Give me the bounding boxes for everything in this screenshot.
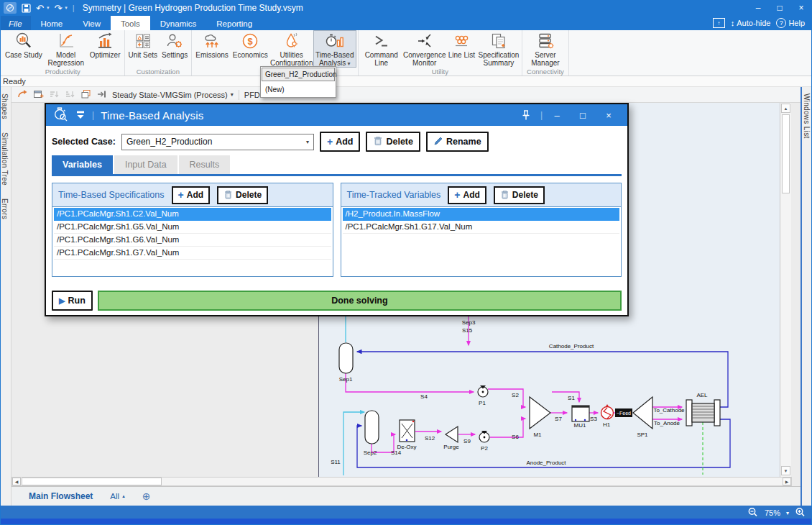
ribbon-button-case-study[interactable]: Case Study [3,30,45,68]
window-maximize-button[interactable]: □ [769,0,790,16]
mode-selector[interactable]: Steady State-VMGSim (Process) ▾ [112,91,234,99]
left-dock-strip: ShapesSimulation TreeErrors [0,87,11,506]
zoom-level[interactable]: 75% [765,508,780,517]
tab-variables[interactable]: Variables [52,155,113,174]
overlap-windows-icon[interactable] [80,89,91,101]
dropdown-item--new-[interactable]: (New) [262,83,335,96]
delete-case-button[interactable]: Delete [366,132,420,152]
sort-descending-icon[interactable] [49,89,60,101]
ribbon-button-model-regression[interactable]: Model Regression [45,30,88,68]
window-minimize-button[interactable]: – [747,0,769,16]
ribbon-button-command-line[interactable]: Command Line [360,30,403,68]
list-item[interactable]: /PC1.PCalcMgr.Sh1.G7.Val_Num [54,247,331,260]
vertical-scroll-thumb[interactable] [782,114,790,193]
mu1-makeup[interactable] [572,406,589,421]
side-tab-windows-list[interactable]: Windows List [802,87,811,145]
specifications-list[interactable]: /PC1.PCalcMgr.Sh1.C2.Val_Num/PC1.PCalcMg… [54,208,331,260]
ribbon-button-time-based-analysis[interactable]: Time-Based Analysis ▾ [313,30,356,68]
side-tab-errors[interactable]: Errors [0,192,9,226]
horizontal-scrollbar[interactable]: ◀ ▶ [11,477,792,486]
tab-input-data[interactable]: Input Data [114,155,177,174]
list-item[interactable]: /PC1.PCalcMgr.Sh1.G6.Val_Num [54,234,331,247]
dialog-minimize-button[interactable]: – [545,106,568,124]
list-item[interactable]: /PC1.PCalcMgr.Sh1.G5.Val_Num [54,221,331,234]
time-based-specifications-panel: Time-Based Specifications + Add Delete /… [52,183,333,277]
flowsheet-filter-selector[interactable]: All ▴ [110,492,124,501]
command-line-icon [372,32,391,50]
redo-button[interactable]: ↷ [54,3,62,14]
side-tab-simulation-tree[interactable]: Simulation Tree [0,126,9,192]
ribbon-button-convergence-monitor[interactable]: Convergence Monitor [403,30,446,68]
scroll-left-icon[interactable]: ◀ [12,478,21,485]
ribbon-button-server-manager[interactable]: Server Manager [524,30,567,68]
horizontal-scroll-thumb[interactable] [22,478,162,485]
add-flowsheet-button[interactable]: ⊕ [142,490,151,502]
dock-arrow-icon[interactable] [96,89,107,101]
vertical-scrollbar[interactable]: ▲ ▼ [780,103,791,477]
menu-tab-home[interactable]: Home [31,16,73,30]
ready-status: Ready [3,77,26,86]
ribbon-button-settings[interactable]: Settings [160,30,190,68]
scroll-right-icon[interactable]: ▶ [783,478,791,485]
undo-button[interactable]: ↶ [36,3,44,14]
add-case-button[interactable]: + Add [320,132,361,152]
add-tracked-variable-button[interactable]: + Add [448,186,486,204]
scroll-up-icon[interactable]: ▲ [781,104,790,113]
sep2-vessel[interactable] [365,411,379,444]
ribbon-button-specification-summary[interactable]: Specification Summary [477,30,520,68]
zoom-dropdown-icon[interactable]: ▾ [786,510,789,516]
updown-icon: ↕ [731,19,735,27]
dialog-titlebar[interactable]: | Time-Based Analysis | – □ × [46,104,627,126]
autohide-panel-icon[interactable]: ↑ [713,18,725,28]
tab-main-flowsheet[interactable]: Main Flowsheet [29,491,93,501]
zoom-out-icon[interactable] [747,507,759,519]
list-item[interactable]: /H2_Product.In.MassFlow [343,208,620,221]
zoom-in-icon[interactable] [795,507,806,519]
ael-electrolyzer[interactable] [686,400,720,426]
dropdown-item-green-h2-production[interactable]: Green_H2_Production [262,68,335,81]
window-plus-icon[interactable] [33,89,44,101]
run-button[interactable]: ▶ Run [52,291,93,311]
window-close-button[interactable]: × [790,0,812,16]
menu-tab-dynamics[interactable]: Dynamics [150,16,206,30]
menu-tab-file[interactable]: File [0,16,31,30]
pin-icon[interactable] [515,106,538,124]
trash-icon [500,189,509,201]
menu-tab-reporting[interactable]: Reporting [206,16,262,30]
menu-tab-tools[interactable]: Tools [111,16,150,30]
sort-ascending-icon[interactable] [65,89,75,101]
economics-icon: $ [241,32,259,50]
feed-annotation[interactable]: ~Feed [615,408,632,417]
add-specification-button[interactable]: + Add [172,186,211,204]
ribbon-button-optimizer[interactable]: Optimizer [88,30,123,68]
curved-arrow-icon[interactable] [17,89,28,101]
undo-dropdown-icon[interactable]: ▾ [47,5,50,11]
ribbon-button-emissions[interactable]: Emissions [193,30,231,68]
selected-case-combobox[interactable]: Green_H2_Production ▾ [121,134,314,150]
save-icon[interactable] [22,4,31,13]
sep1-vessel[interactable] [339,343,353,373]
ribbon-button-unit-sets[interactable]: Unit Sets [126,30,160,68]
collapse-menu-icon[interactable] [75,109,86,122]
scroll-down-icon[interactable]: ▼ [781,466,790,475]
rename-case-button[interactable]: Rename [426,132,489,152]
autohide-button[interactable]: ↕ Auto-hide [731,19,771,27]
tracked-variables-list[interactable]: /H2_Product.In.MassFlow/PC1.PCalcMgr.Sh1… [343,208,620,234]
redo-dropdown-icon[interactable]: ▾ [65,5,68,11]
menu-tab-view[interactable]: View [73,16,111,30]
dialog-maximize-button[interactable]: □ [571,106,594,124]
dialog-close-button[interactable]: × [597,106,620,124]
list-item[interactable]: /PC1.PCalcMgr.Sh1.G17.Val_Num [343,221,620,234]
ribbon-button-line-list[interactable]: Line List [446,30,477,68]
help-button[interactable]: ? Help [776,18,805,28]
flowsheet-label-sep2: Sep2 [364,449,377,456]
side-tab-shapes[interactable]: Shapes [0,87,9,126]
delete-specification-button[interactable]: Delete [217,186,268,204]
list-item[interactable]: /PC1.PCalcMgr.Sh1.C2.Val_Num [54,208,331,221]
ribbon-button-utilities-configuration[interactable]: Utilities Configuration [270,30,313,68]
delete-tracked-variable-button[interactable]: Delete [494,186,545,204]
ribbon-button-economics[interactable]: $Economics [231,30,270,68]
window-titlebar[interactable]: ↶ ▾ ↷ ▾ | Symmetry | Green Hydrogen Prod… [0,0,812,16]
deoxy-reactor[interactable] [400,420,415,442]
tab-results[interactable]: Results [179,155,231,174]
